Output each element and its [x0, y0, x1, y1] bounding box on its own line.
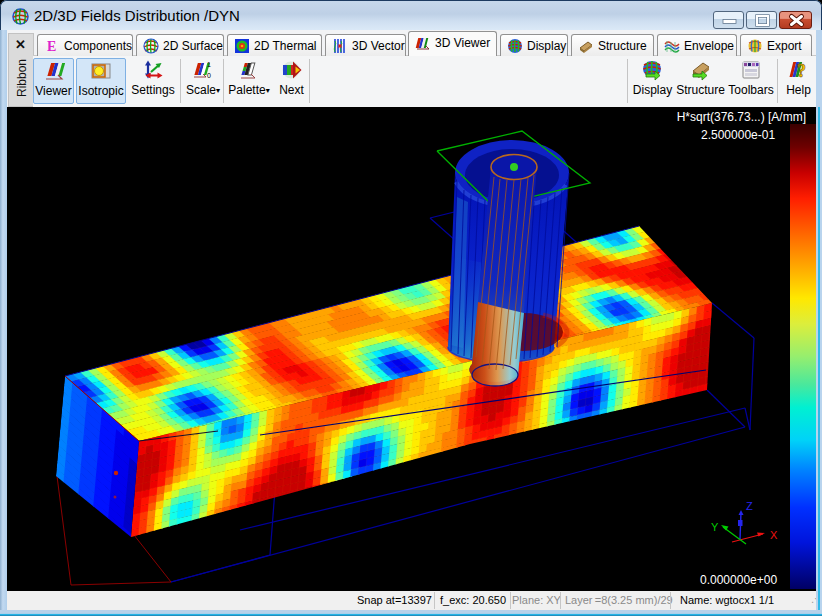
svg-text:E: E	[47, 39, 56, 54]
svg-text:X: X	[770, 529, 778, 541]
svg-text:0: 0	[207, 72, 211, 79]
svg-text:Z: Z	[746, 500, 753, 512]
svg-text:1: 1	[207, 61, 211, 68]
svg-text:Y: Y	[711, 521, 719, 533]
svg-text:?: ?	[797, 61, 806, 81]
